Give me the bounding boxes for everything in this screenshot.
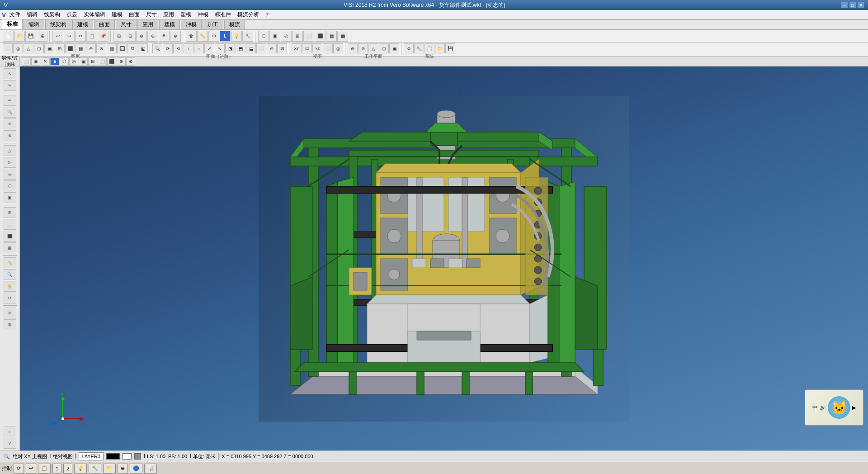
btn-measure[interactable]: 📏 <box>197 31 208 42</box>
sb-btn7[interactable]: ▣ <box>79 57 88 66</box>
sidebar-hex[interactable]: ⬡ <box>4 180 16 191</box>
btn-cut[interactable]: ✂ <box>75 31 86 42</box>
btn-shape7[interactable]: ⬛ <box>65 43 75 53</box>
menu-help[interactable]: ? <box>263 11 271 19</box>
btn-view4[interactable]: ⬜ <box>323 43 333 53</box>
sidebar-snap[interactable]: ⊛ <box>4 308 16 318</box>
sidebar-box[interactable]: ⊞ <box>4 207 16 218</box>
tab-edit[interactable]: 编辑 <box>24 19 44 29</box>
btn-extra5[interactable]: ⬜ <box>303 31 314 42</box>
btn-extra1[interactable]: ⬡ <box>258 31 269 42</box>
btn-properties[interactable]: ⚙ <box>208 31 219 42</box>
menu-modeling[interactable]: 建模 <box>109 10 125 19</box>
btn-sys4[interactable]: 📁 <box>435 43 445 53</box>
btn-extra4[interactable]: ⊞ <box>292 31 303 42</box>
sidebar-remove[interactable]: ⊗ <box>4 130 16 141</box>
menu-standard[interactable]: 标准件 <box>212 10 234 19</box>
btn-img8[interactable]: ⬔ <box>225 43 235 53</box>
menu-wireframe[interactable]: 线架构 <box>41 10 63 19</box>
maximize-button[interactable]: □ <box>849 2 856 8</box>
btn-shape2[interactable]: ◎ <box>13 43 23 53</box>
sidebar-circle[interactable]: ◎ <box>4 169 16 180</box>
sb-btn9[interactable]: ⬜ <box>98 57 107 66</box>
btn-shape8[interactable]: ▦ <box>75 43 85 53</box>
sidebar-pan[interactable]: ✋ <box>4 281 16 292</box>
sidebar-view-icon[interactable]: V <box>4 438 16 449</box>
btn-shape9[interactable]: ⊕ <box>86 43 96 53</box>
btn-img6[interactable]: ⤢ <box>204 43 214 53</box>
btn-shape6[interactable]: ⊞ <box>55 43 65 53</box>
btn-img5[interactable]: ↔ <box>194 43 204 53</box>
menu-dimension[interactable]: 尺寸 <box>143 10 160 19</box>
task-btn3[interactable]: 📋 <box>38 464 51 474</box>
menu-mold[interactable]: 塑模 <box>178 10 194 19</box>
sidebar-grid[interactable]: ▣ <box>4 192 16 203</box>
btn-img2[interactable]: ⟳ <box>163 43 173 53</box>
btn-layer[interactable]: L <box>220 31 231 42</box>
sb-btn1[interactable]: ⬜ <box>22 57 31 66</box>
sidebar-tri[interactable]: △ <box>4 145 16 156</box>
sidebar-select[interactable]: ↖ <box>4 68 16 79</box>
sb-btn5[interactable]: ⬡ <box>60 57 69 66</box>
task-btn11[interactable]: 📊 <box>144 464 157 474</box>
btn-deselect[interactable]: ⊟ <box>125 31 136 42</box>
btn-wp3[interactable]: △ <box>368 43 378 53</box>
sidebar-constraint[interactable]: ⊠ <box>4 319 16 330</box>
btn-delete[interactable]: 🗑 <box>186 31 197 42</box>
btn-extra8[interactable]: ▩ <box>337 31 348 42</box>
sb-btn12[interactable]: ⊗ <box>126 57 135 66</box>
task-btn5[interactable]: 2 <box>63 464 72 474</box>
sidebar-measure[interactable]: 📏 <box>4 257 16 268</box>
btn-extra2[interactable]: ▣ <box>269 31 280 42</box>
btn-img13[interactable]: ⊠ <box>277 43 287 53</box>
sb-btn6[interactable]: ◎ <box>69 57 78 66</box>
tab-mold[interactable]: 塑模 <box>159 19 180 29</box>
btn-shape1[interactable]: ⬜ <box>3 43 13 53</box>
sb-btn4[interactable]: ■ <box>50 57 59 66</box>
btn-filter[interactable]: ⊕ <box>147 31 158 42</box>
sidebar-layer-icon[interactable]: L <box>4 427 16 437</box>
btn-print[interactable]: 🖨 <box>37 31 47 42</box>
sb-btn8[interactable]: ⊞ <box>88 57 97 66</box>
task-btn7[interactable]: 🔧 <box>89 464 101 474</box>
sidebar-fill[interactable]: ⬜ <box>4 219 16 230</box>
btn-settings[interactable]: 🔧 <box>242 31 253 42</box>
sb-btn11[interactable]: ⊕ <box>117 57 126 66</box>
btn-shape13[interactable]: ⧉ <box>127 43 137 53</box>
minimize-button[interactable]: ─ <box>841 2 848 8</box>
btn-wp2[interactable]: ⊗ <box>358 43 368 53</box>
task-btn8[interactable]: 📁 <box>103 464 116 474</box>
menu-surface[interactable]: 曲面 <box>126 10 142 19</box>
task-btn9[interactable]: ⊕ <box>118 464 128 474</box>
tab-standard[interactable]: 标准 <box>2 19 23 29</box>
btn-view3[interactable]: YZ <box>312 43 322 53</box>
btn-img7[interactable]: ⤡ <box>215 43 225 53</box>
btn-copy[interactable]: 📋 <box>86 31 97 42</box>
btn-img11[interactable]: ⬜ <box>256 43 266 53</box>
menu-punch[interactable]: 冲模 <box>195 10 211 19</box>
btn-view2[interactable]: XZ <box>302 43 312 53</box>
btn-select-all[interactable]: ⊞ <box>113 31 124 42</box>
btn-sys2[interactable]: 🔧 <box>414 43 424 53</box>
btn-hide[interactable]: 👁 <box>159 31 170 42</box>
btn-sys5[interactable]: 💾 <box>445 43 455 53</box>
btn-img9[interactable]: ⬒ <box>236 43 245 53</box>
btn-shape5[interactable]: ▣ <box>44 43 54 53</box>
menu-edit[interactable]: 编辑 <box>24 10 40 19</box>
task-btn1[interactable]: ⟳ <box>14 464 24 474</box>
menu-pointcloud[interactable]: 点云 <box>64 10 80 19</box>
menu-file[interactable]: 文件 <box>7 10 23 19</box>
btn-show[interactable]: ⊗ <box>170 31 181 42</box>
tab-dimension[interactable]: 尺寸 <box>116 19 137 29</box>
sidebar-hatch[interactable]: ▦ <box>4 242 16 253</box>
sb-btn10[interactable]: ⬛ <box>107 57 116 66</box>
tab-punch[interactable]: 冲模 <box>181 19 202 29</box>
btn-shape14[interactable]: ⬕ <box>138 43 148 53</box>
btn-img3[interactable]: ⟲ <box>173 43 183 53</box>
btn-open[interactable]: 📁 <box>14 31 25 42</box>
task-btn10[interactable]: 🔵 <box>130 464 142 474</box>
btn-invert[interactable]: ⊛ <box>136 31 147 42</box>
sb-btn3[interactable]: ✕ <box>41 57 50 66</box>
task-btn6[interactable]: 💡 <box>74 464 87 474</box>
menu-apply[interactable]: 应用 <box>160 10 177 19</box>
